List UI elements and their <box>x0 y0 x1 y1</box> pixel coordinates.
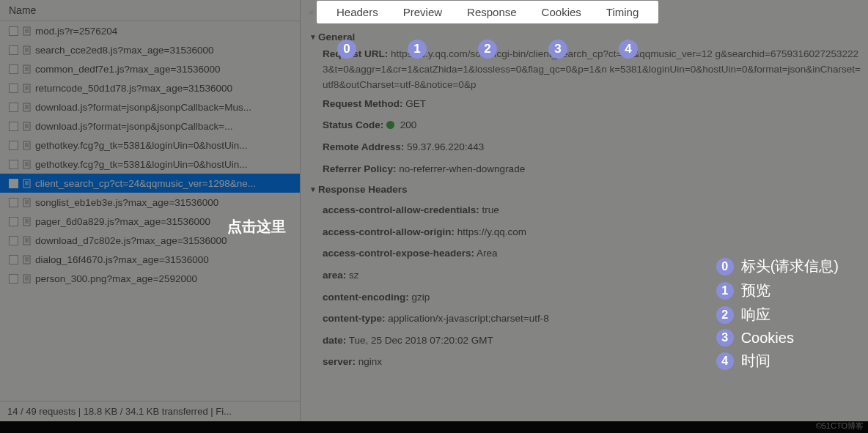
header-key: area: <box>323 270 346 281</box>
request-name: download.js?format=jsonp&jsonpCallback=.… <box>35 121 232 132</box>
annotation-bubble: 4 <box>619 40 638 59</box>
annotation-bubble: 2 <box>716 306 734 324</box>
request-row[interactable]: client_search_cp?ct=24&qqmusic_ver=1298&… <box>0 174 300 193</box>
document-icon <box>22 198 32 207</box>
annotation-bubble: 1 <box>408 40 427 59</box>
value-request-method: GET <box>405 98 426 109</box>
status-dot-icon <box>386 121 394 129</box>
request-row[interactable]: dialog_16f4670.js?max_age=31536000 <box>0 250 300 269</box>
document-icon <box>22 64 32 74</box>
request-row[interactable]: mod.js?r=2576204 <box>0 21 300 40</box>
label-status-code: Status Code: <box>323 119 383 130</box>
legend-text: 响应 <box>741 305 770 325</box>
request-row[interactable]: gethotkey.fcg?g_tk=5381&loginUin=0&hostU… <box>0 136 300 155</box>
header-key: content-type: <box>323 313 386 324</box>
checkbox-icon[interactable] <box>9 26 18 36</box>
request-row[interactable]: search_cce2ed8.js?max_age=31536000 <box>0 40 300 59</box>
request-name: gethotkey.fcg?g_tk=5381&loginUin=0&hostU… <box>35 159 247 170</box>
request-row[interactable]: download.js?format=jsonp&jsonpCallback=M… <box>0 97 300 116</box>
checkbox-icon[interactable] <box>9 103 18 112</box>
tab-timing[interactable]: Timing <box>594 1 651 23</box>
checkbox-icon[interactable] <box>9 122 18 131</box>
checkbox-icon[interactable] <box>9 179 18 188</box>
label-request-method: Request Method: <box>323 98 403 109</box>
tab-headers[interactable]: Headers <box>324 1 391 23</box>
document-icon <box>22 122 32 131</box>
annotation-numbers: 01234 <box>337 40 638 59</box>
header-key: access-control-expose-headers: <box>323 248 474 259</box>
section-response-headers[interactable]: ▼ Response Headers <box>306 180 862 199</box>
checkbox-icon[interactable] <box>9 274 18 284</box>
header-value: application/x-javascript;charset=utf-8 <box>386 313 549 324</box>
annotation-click-hint: 点击这里 <box>227 217 286 237</box>
document-icon <box>22 141 32 150</box>
tab-preview[interactable]: Preview <box>391 1 455 23</box>
annotation-bubble: 1 <box>716 282 734 300</box>
document-icon <box>22 255 32 264</box>
label-remote-address: Remote Address: <box>323 141 404 152</box>
annotation-bubble: 2 <box>478 40 497 59</box>
kv-response-header: access-control-allow-credentials: true <box>306 199 862 221</box>
checkbox-icon[interactable] <box>9 84 18 93</box>
request-name: mod.js?r=2576204 <box>35 26 117 37</box>
header-value: Tue, 25 Dec 2018 07:20:02 GMT <box>346 335 493 346</box>
tab-response[interactable]: Response <box>455 1 529 23</box>
kv-request-method: Request Method: GET <box>306 93 862 115</box>
header-value: nginx <box>356 356 382 367</box>
request-row[interactable]: gethotkey.fcg?g_tk=5381&loginUin=0&hostU… <box>0 155 300 174</box>
kv-remote-address: Remote Address: 59.37.96.220:443 <box>306 136 862 158</box>
request-name: songlist_eb1eb3e.js?max_age=31536000 <box>35 197 218 208</box>
request-name: person_300.png?max_age=2592000 <box>35 273 197 284</box>
tabs-row: × HeadersPreviewResponseCookiesTiming <box>301 0 868 24</box>
header-key: date: <box>323 335 346 346</box>
legend-text: 标头(请求信息) <box>741 256 839 276</box>
request-row[interactable]: common_dedf7e1.js?max_age=31536000 <box>0 59 300 78</box>
annotation-bubble: 4 <box>716 352 734 370</box>
checkbox-icon[interactable] <box>9 160 18 169</box>
annotation-bubble: 0 <box>716 258 734 275</box>
tabs: HeadersPreviewResponseCookiesTiming <box>317 1 658 23</box>
header-value: Area <box>474 248 498 259</box>
checkbox-icon[interactable] <box>9 45 18 55</box>
legend-row: 2响应 <box>716 305 839 325</box>
legend-row: 0标头(请求信息) <box>716 256 839 276</box>
request-name: returncode_50d1d78.js?max_age=31536000 <box>35 83 232 94</box>
request-name: download.js?format=jsonp&jsonpCallback=M… <box>35 102 251 113</box>
request-row[interactable]: download.js?format=jsonp&jsonpCallback=.… <box>0 116 300 136</box>
request-name: dialog_16f4670.js?max_age=31536000 <box>35 254 209 265</box>
annotation-bubble: 0 <box>337 40 356 59</box>
document-icon <box>22 26 32 36</box>
annotation-bubble: 3 <box>716 329 734 347</box>
checkbox-icon[interactable] <box>9 217 18 226</box>
kv-referrer-policy: Referrer Policy: no-referrer-when-downgr… <box>306 158 862 180</box>
document-icon <box>22 236 32 245</box>
column-header-name[interactable]: Name <box>0 0 300 21</box>
header-key: access-control-allow-origin: <box>323 226 455 237</box>
checkbox-icon[interactable] <box>9 141 18 150</box>
legend-text: 时间 <box>741 351 770 371</box>
request-row[interactable]: returncode_50d1d78.js?max_age=31536000 <box>0 78 300 97</box>
checkbox-icon[interactable] <box>9 255 18 264</box>
header-value: true <box>479 204 499 215</box>
request-name: client_search_cp?ct=24&qqmusic_ver=1298&… <box>35 178 256 189</box>
status-bar: 14 / 49 requests | 18.8 KB / 34.1 KB tra… <box>0 401 300 421</box>
request-row[interactable]: person_300.png?max_age=2592000 <box>0 269 300 288</box>
request-name: common_dedf7e1.js?max_age=31536000 <box>35 64 221 75</box>
close-icon[interactable]: × <box>301 0 314 24</box>
document-icon <box>22 274 32 284</box>
section-title-label: Response Headers <box>318 184 408 195</box>
checkbox-icon[interactable] <box>9 64 18 74</box>
caret-down-icon: ▼ <box>309 33 317 41</box>
value-remote-address: 59.37.96.220:443 <box>407 141 484 152</box>
request-name: search_cce2ed8.js?max_age=31536000 <box>35 45 214 56</box>
checkbox-icon[interactable] <box>9 236 18 245</box>
annotation-bubble: 3 <box>548 40 567 59</box>
checkbox-icon[interactable] <box>9 198 18 207</box>
annotation-legend: 0标头(请求信息)1预览2响应3Cookies4时间 <box>716 256 839 375</box>
value-referrer-policy: no-referrer-when-downgrade <box>399 163 525 174</box>
tab-cookies[interactable]: Cookies <box>529 1 594 23</box>
document-icon <box>22 179 32 188</box>
document-icon <box>22 45 32 55</box>
document-icon <box>22 160 32 169</box>
request-row[interactable]: songlist_eb1eb3e.js?max_age=31536000 <box>0 193 300 212</box>
